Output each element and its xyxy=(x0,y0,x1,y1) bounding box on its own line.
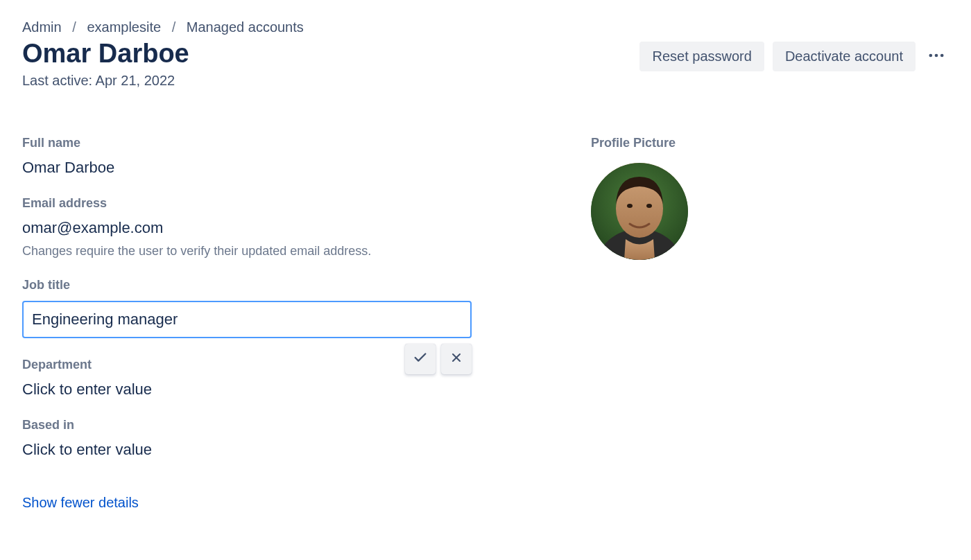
svg-point-9 xyxy=(627,204,633,208)
job-title-inline-edit xyxy=(22,301,472,338)
svg-point-0 xyxy=(929,54,933,58)
more-actions-button[interactable] xyxy=(924,40,949,73)
full-name-label: Full name xyxy=(22,136,591,150)
job-title-label: Job title xyxy=(22,278,591,292)
last-active-text: Last active: Apr 21, 2022 xyxy=(22,73,304,89)
breadcrumb: Admin / examplesite / Managed accounts xyxy=(22,19,304,35)
breadcrumb-separator: / xyxy=(72,19,76,35)
svg-point-10 xyxy=(646,204,652,208)
department-value[interactable]: Click to enter value xyxy=(22,380,591,399)
email-label: Email address xyxy=(22,196,591,211)
more-horizontal-icon xyxy=(927,46,946,67)
close-icon xyxy=(449,351,463,367)
page-title: Omar Darboe xyxy=(22,38,304,70)
breadcrumb-managed-accounts[interactable]: Managed accounts xyxy=(187,19,304,35)
header-actions: Reset password Deactivate account xyxy=(639,40,949,73)
show-fewer-details-link[interactable]: Show fewer details xyxy=(22,495,139,511)
breadcrumb-site[interactable]: examplesite xyxy=(87,19,161,35)
based-in-value[interactable]: Click to enter value xyxy=(22,441,591,459)
deactivate-account-button[interactable]: Deactivate account xyxy=(773,42,916,71)
reset-password-button[interactable]: Reset password xyxy=(639,42,764,71)
inline-edit-confirm-button[interactable] xyxy=(405,344,436,374)
department-label: Department xyxy=(22,358,591,372)
email-helper-text: Changes require the user to verify their… xyxy=(22,244,591,259)
breadcrumb-separator: / xyxy=(172,19,176,35)
email-value[interactable]: omar@example.com xyxy=(22,219,591,237)
job-title-input[interactable] xyxy=(22,301,472,338)
inline-edit-cancel-button[interactable] xyxy=(441,344,472,374)
profile-picture-label: Profile Picture xyxy=(591,136,949,150)
avatar[interactable] xyxy=(591,163,688,260)
breadcrumb-admin[interactable]: Admin xyxy=(22,19,62,35)
based-in-label: Based in xyxy=(22,418,591,432)
svg-point-1 xyxy=(935,54,938,58)
full-name-value[interactable]: Omar Darboe xyxy=(22,159,591,177)
check-icon xyxy=(413,350,428,367)
svg-point-2 xyxy=(940,54,944,58)
